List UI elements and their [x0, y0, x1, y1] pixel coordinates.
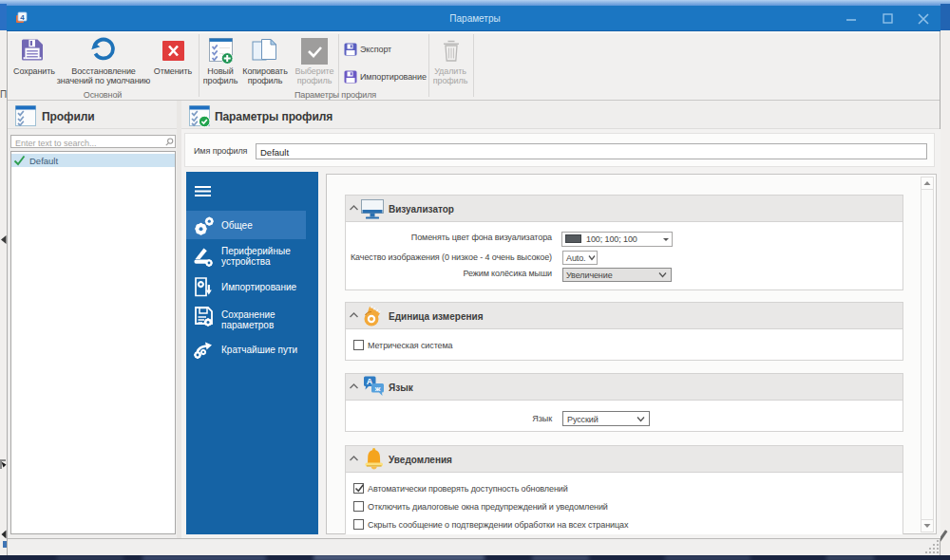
svg-text:4: 4: [20, 13, 25, 22]
svg-text:ж: ж: [374, 384, 381, 393]
